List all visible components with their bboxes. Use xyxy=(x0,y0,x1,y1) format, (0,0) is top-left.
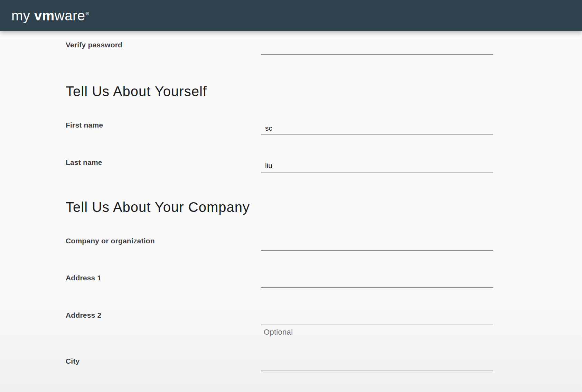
registration-form: Verify password Tell Us About Yourself F… xyxy=(0,31,582,371)
verify-password-label: Verify password xyxy=(66,40,261,55)
logo-my: my xyxy=(11,8,34,23)
registered-mark-icon: ® xyxy=(85,11,89,16)
field-row-first-name: First name xyxy=(66,120,493,135)
my-vmware-logo: my vmware® xyxy=(11,8,89,24)
company-input[interactable] xyxy=(261,236,493,251)
section-title-yourself: Tell Us About Yourself xyxy=(66,83,582,100)
first-name-control xyxy=(261,120,493,135)
city-control xyxy=(261,356,493,371)
first-name-label: First name xyxy=(66,120,261,135)
last-name-control xyxy=(261,157,493,172)
address1-input[interactable] xyxy=(261,273,493,288)
address2-label: Address 2 xyxy=(66,310,261,337)
address1-control xyxy=(261,273,493,288)
city-input[interactable] xyxy=(261,356,493,371)
address2-control: Optional xyxy=(261,310,493,337)
field-row-company: Company or organization xyxy=(66,236,493,251)
company-label: Company or organization xyxy=(66,236,261,251)
logo-ware: ware xyxy=(55,8,85,23)
field-row-address1: Address 1 xyxy=(66,273,493,288)
verify-password-input[interactable] xyxy=(261,40,493,55)
field-row-address2: Address 2 Optional xyxy=(66,310,493,337)
last-name-label: Last name xyxy=(66,157,261,172)
field-row-verify-password: Verify password xyxy=(66,40,493,55)
address2-input[interactable] xyxy=(261,310,493,325)
section-title-company: Tell Us About Your Company xyxy=(66,199,582,215)
company-control xyxy=(261,236,493,251)
address2-optional-hint: Optional xyxy=(261,325,493,337)
verify-password-control xyxy=(261,40,493,55)
last-name-input[interactable] xyxy=(261,157,493,172)
field-row-city: City xyxy=(66,356,493,371)
app-header: my vmware® xyxy=(0,0,582,31)
field-row-last-name: Last name xyxy=(66,157,493,172)
address1-label: Address 1 xyxy=(66,273,261,288)
logo-vm: vm xyxy=(34,8,55,23)
first-name-input[interactable] xyxy=(261,120,493,135)
city-label: City xyxy=(66,356,261,371)
